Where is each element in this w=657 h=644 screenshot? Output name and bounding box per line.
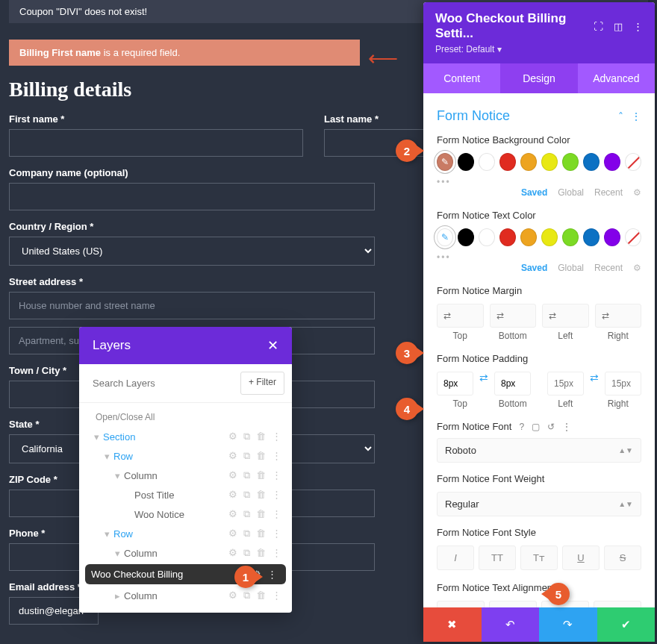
more-icon[interactable]: ••• bbox=[437, 177, 641, 187]
mobile-icon[interactable]: ▢ bbox=[532, 422, 540, 432]
filter-button[interactable]: + Filter bbox=[240, 372, 284, 395]
link-icon[interactable]: ⇄ bbox=[479, 372, 488, 396]
swatch[interactable] bbox=[541, 228, 558, 246]
margin-right-input[interactable] bbox=[595, 304, 642, 328]
padding-bottom-input[interactable] bbox=[494, 372, 531, 396]
open-close-all[interactable]: Open/Close All bbox=[79, 407, 292, 427]
swatch[interactable] bbox=[458, 153, 474, 171]
gear-icon[interactable]: ⚙ bbox=[228, 489, 240, 501]
dots-icon[interactable]: ⋮ bbox=[272, 590, 284, 601]
dots-icon[interactable]: ⋮ bbox=[633, 21, 643, 32]
swatch[interactable] bbox=[479, 228, 495, 246]
swatch[interactable] bbox=[479, 153, 495, 171]
country-select[interactable]: United States (US) bbox=[9, 237, 375, 266]
margin-top-input[interactable] bbox=[437, 304, 484, 328]
dots-icon[interactable]: ⋮ bbox=[272, 547, 284, 559]
align-justify-button[interactable]: ≡ bbox=[594, 601, 641, 607]
swatch-selected[interactable]: ✎ bbox=[437, 228, 453, 246]
margin-bottom-input[interactable] bbox=[490, 304, 537, 328]
copy-icon[interactable]: ⧉ bbox=[243, 431, 253, 443]
swatch[interactable] bbox=[604, 228, 620, 246]
recent-tab[interactable]: Recent bbox=[594, 187, 623, 198]
dots-icon[interactable]: ⋮ bbox=[267, 569, 280, 580]
reset-icon[interactable]: ↺ bbox=[547, 422, 555, 432]
layer-column[interactable]: Column bbox=[124, 470, 228, 481]
swatch[interactable] bbox=[458, 228, 474, 246]
copy-icon[interactable]: ⧉ bbox=[243, 547, 253, 559]
strikethrough-button[interactable]: S bbox=[604, 545, 641, 570]
tab-design[interactable]: Design bbox=[500, 63, 577, 93]
font-select[interactable]: Roboto▲▼ bbox=[437, 438, 641, 463]
layer-post-title[interactable]: Post Title bbox=[134, 490, 228, 501]
padding-top-input[interactable] bbox=[437, 372, 473, 396]
preset-label[interactable]: Preset: Default ▾ bbox=[435, 44, 643, 54]
dots-icon[interactable]: ⋮ bbox=[272, 469, 284, 481]
uppercase-button[interactable]: TT bbox=[479, 545, 516, 570]
swatch-none[interactable] bbox=[625, 228, 641, 246]
dots-icon[interactable]: ⋮ bbox=[562, 422, 571, 432]
trash-icon[interactable]: 🗑 bbox=[256, 528, 269, 540]
dots-icon[interactable]: ⋮ bbox=[272, 508, 284, 520]
swatch[interactable] bbox=[499, 153, 516, 171]
section-title[interactable]: Form Notice bbox=[437, 108, 510, 124]
layer-column[interactable]: Column bbox=[124, 590, 228, 601]
padding-left-input[interactable] bbox=[547, 372, 584, 396]
saved-tab[interactable]: Saved bbox=[521, 187, 547, 198]
dots-icon[interactable]: ⋮ bbox=[272, 489, 284, 501]
gear-icon[interactable]: ⚙ bbox=[633, 263, 641, 273]
layer-woo-checkout-billing[interactable]: Woo Checkout Billing bbox=[91, 569, 252, 580]
redo-button[interactable]: ↷ bbox=[539, 607, 597, 642]
street1-input[interactable] bbox=[9, 292, 375, 319]
underline-button[interactable]: U bbox=[562, 545, 600, 570]
swatch[interactable] bbox=[541, 153, 558, 171]
layer-section[interactable]: Section bbox=[103, 431, 228, 443]
swatch[interactable] bbox=[604, 153, 620, 171]
global-tab[interactable]: Global bbox=[558, 263, 584, 273]
swatch-none[interactable] bbox=[625, 153, 641, 171]
dots-icon[interactable]: ⋮ bbox=[272, 450, 284, 462]
copy-icon[interactable]: ⧉ bbox=[243, 590, 253, 601]
chevron-down-icon[interactable]: ▾ bbox=[100, 528, 113, 540]
gear-icon[interactable]: ⚙ bbox=[228, 431, 240, 443]
tab-advanced[interactable]: Advanced bbox=[578, 63, 655, 93]
chevron-up-icon[interactable]: ˄ bbox=[618, 110, 623, 122]
expand-icon[interactable]: ⛶ bbox=[594, 21, 603, 32]
dots-icon[interactable]: ⋮ bbox=[631, 110, 641, 122]
italic-button[interactable]: I bbox=[437, 545, 474, 570]
undo-button[interactable]: ↶ bbox=[482, 607, 540, 642]
first-name-input[interactable] bbox=[9, 129, 303, 157]
chevron-down-icon[interactable]: ▾ bbox=[90, 431, 103, 443]
padding-right-input[interactable] bbox=[605, 372, 641, 396]
dots-icon[interactable]: ⋮ bbox=[272, 431, 284, 443]
trash-icon[interactable]: 🗑 bbox=[256, 508, 269, 520]
trash-icon[interactable]: 🗑 bbox=[256, 590, 269, 601]
copy-icon[interactable]: ⧉ bbox=[243, 528, 253, 540]
tab-content[interactable]: Content bbox=[423, 63, 500, 93]
swatch[interactable] bbox=[520, 228, 537, 246]
chevron-right-icon[interactable]: ▸ bbox=[110, 590, 124, 601]
trash-icon[interactable]: 🗑 bbox=[256, 450, 269, 462]
trash-icon[interactable]: 🗑 bbox=[256, 489, 269, 501]
swatch[interactable] bbox=[583, 228, 600, 246]
trash-icon[interactable]: 🗑 bbox=[256, 547, 269, 559]
trash-icon[interactable]: 🗑 bbox=[256, 469, 269, 481]
swatch-selected[interactable]: ✎ bbox=[437, 153, 453, 171]
copy-icon[interactable]: ⧉ bbox=[243, 508, 253, 520]
chevron-down-icon[interactable]: ▾ bbox=[110, 548, 124, 559]
margin-left-input[interactable] bbox=[542, 304, 589, 328]
gear-icon[interactable]: ⚙ bbox=[228, 469, 240, 481]
close-icon[interactable]: ✕ bbox=[267, 337, 278, 354]
align-center-button[interactable]: ≡ bbox=[489, 601, 537, 607]
align-left-button[interactable]: ≡ bbox=[437, 601, 485, 607]
saved-tab[interactable]: Saved bbox=[521, 263, 547, 273]
swatch[interactable] bbox=[562, 153, 579, 171]
company-input[interactable] bbox=[9, 183, 375, 210]
gear-icon[interactable]: ⚙ bbox=[228, 590, 240, 601]
copy-icon[interactable]: ⧉ bbox=[243, 489, 253, 501]
layer-woo-notice[interactable]: Woo Notice bbox=[134, 509, 228, 520]
swatch[interactable] bbox=[583, 153, 600, 171]
weight-select[interactable]: Regular▲▼ bbox=[437, 492, 641, 516]
gear-icon[interactable]: ⚙ bbox=[633, 187, 641, 198]
swatch[interactable] bbox=[562, 228, 579, 246]
help-icon[interactable]: ? bbox=[519, 422, 524, 432]
